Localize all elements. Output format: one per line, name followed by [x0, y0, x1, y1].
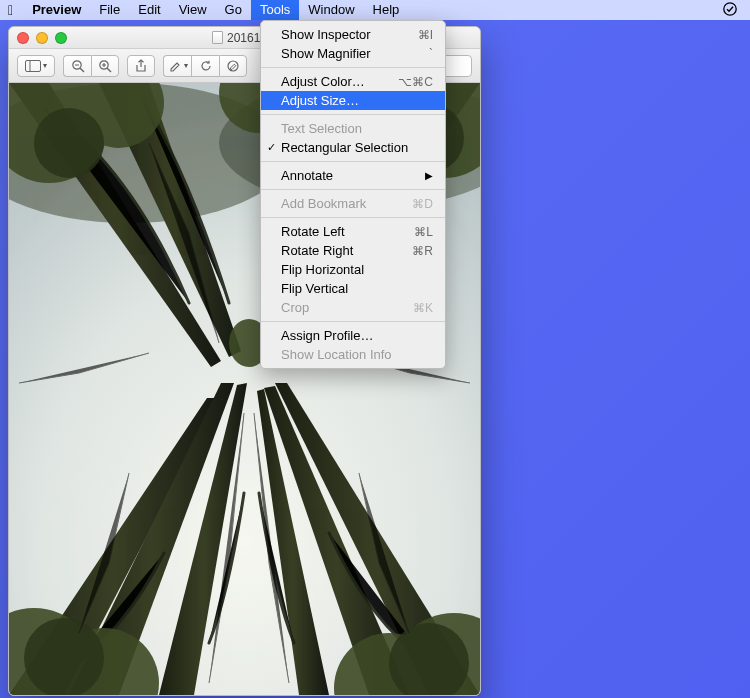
chevron-down-icon: ▾	[184, 61, 188, 70]
document-icon	[212, 31, 223, 44]
menu-item-label: Text Selection	[281, 121, 433, 136]
menu-item-label: Assign Profile…	[281, 328, 433, 343]
menu-tools[interactable]: Tools	[251, 0, 299, 20]
menu-item-rectangular-selection[interactable]: ✓Rectangular Selection	[261, 138, 445, 157]
chevron-down-icon: ▾	[43, 61, 47, 70]
toolbar-highlight-button[interactable]: ▾	[163, 55, 191, 77]
menu-item-shortcut: `	[429, 47, 433, 61]
menu-item-label: Rotate Left	[281, 224, 414, 239]
menu-item-shortcut: ⌘D	[412, 197, 433, 211]
menu-item-label: Annotate	[281, 168, 425, 183]
svg-rect-1	[26, 60, 41, 71]
menu-item-label: Rectangular Selection	[281, 140, 433, 155]
menubar:  Preview File Edit View Go Tools Window…	[0, 0, 750, 20]
toolbar-sidebar-button[interactable]: ▾	[17, 55, 55, 77]
toolbar-rotate-button[interactable]	[191, 55, 219, 77]
menu-item-label: Adjust Size…	[281, 93, 433, 108]
menu-item-adjust-color[interactable]: Adjust Color…⌥⌘C	[261, 72, 445, 91]
menu-item-text-selection: Text Selection	[261, 119, 445, 138]
menu-item-add-bookmark: Add Bookmark⌘D	[261, 194, 445, 213]
menu-item-flip-horizontal[interactable]: Flip Horizontal	[261, 260, 445, 279]
menu-item-shortcut: ⌘K	[413, 301, 433, 315]
menu-item-show-inspector[interactable]: Show Inspector⌘I	[261, 25, 445, 44]
menu-item-assign-profile[interactable]: Assign Profile…	[261, 326, 445, 345]
menu-go[interactable]: Go	[216, 0, 251, 20]
menubar-tray-icon[interactable]	[718, 1, 742, 20]
menu-item-flip-vertical[interactable]: Flip Vertical	[261, 279, 445, 298]
menu-item-shortcut: ⌥⌘C	[398, 75, 433, 89]
svg-line-7	[107, 68, 111, 72]
toolbar-markup-button[interactable]	[219, 55, 247, 77]
menu-item-crop: Crop⌘K	[261, 298, 445, 317]
menu-item-shortcut: ⌘I	[418, 28, 433, 42]
toolbar-zoom-in-button[interactable]	[91, 55, 119, 77]
menu-item-shortcut: ⌘L	[414, 225, 433, 239]
menu-item-annotate[interactable]: Annotate▶	[261, 166, 445, 185]
menu-item-show-magnifier[interactable]: Show Magnifier`	[261, 44, 445, 63]
menu-file[interactable]: File	[90, 0, 129, 20]
menu-item-label: Flip Vertical	[281, 281, 433, 296]
menu-help[interactable]: Help	[364, 0, 409, 20]
highlight-icon	[168, 59, 182, 73]
svg-point-0	[724, 2, 736, 14]
svg-line-4	[80, 68, 84, 72]
menu-item-label: Flip Horizontal	[281, 262, 433, 277]
menu-item-label: Add Bookmark	[281, 196, 412, 211]
check-icon: ✓	[267, 141, 276, 154]
svg-point-36	[34, 108, 104, 178]
menu-item-label: Crop	[281, 300, 413, 315]
toolbar-zoom-out-button[interactable]	[63, 55, 91, 77]
menu-item-label: Show Inspector	[281, 27, 418, 42]
toolbar-share-button[interactable]	[127, 55, 155, 77]
submenu-arrow-icon: ▶	[425, 170, 433, 181]
tools-dropdown: Show Inspector⌘IShow Magnifier`Adjust Co…	[260, 20, 446, 369]
menu-window[interactable]: Window	[299, 0, 363, 20]
menu-app-name[interactable]: Preview	[23, 0, 90, 20]
apple-menu-icon[interactable]: 	[8, 2, 13, 18]
menu-item-label: Show Location Info	[281, 347, 433, 362]
toolbar-annotate-group: ▾	[163, 55, 247, 77]
svg-point-38	[24, 618, 104, 695]
menu-item-shortcut: ⌘R	[412, 244, 433, 258]
toolbar-zoom-group	[63, 55, 119, 77]
menu-item-adjust-size[interactable]: Adjust Size…	[261, 91, 445, 110]
zoom-in-icon	[98, 59, 112, 73]
menu-view[interactable]: View	[170, 0, 216, 20]
sidebar-icon	[25, 60, 41, 72]
menu-edit[interactable]: Edit	[129, 0, 169, 20]
zoom-out-icon	[71, 59, 85, 73]
share-icon	[135, 59, 147, 73]
markup-icon	[226, 59, 240, 73]
menu-item-label: Show Magnifier	[281, 46, 429, 61]
menu-item-label: Adjust Color…	[281, 74, 398, 89]
menu-item-rotate-left[interactable]: Rotate Left⌘L	[261, 222, 445, 241]
menu-item-label: Rotate Right	[281, 243, 412, 258]
menu-item-show-location-info: Show Location Info	[261, 345, 445, 364]
menu-item-rotate-right[interactable]: Rotate Right⌘R	[261, 241, 445, 260]
rotate-icon	[199, 59, 213, 73]
